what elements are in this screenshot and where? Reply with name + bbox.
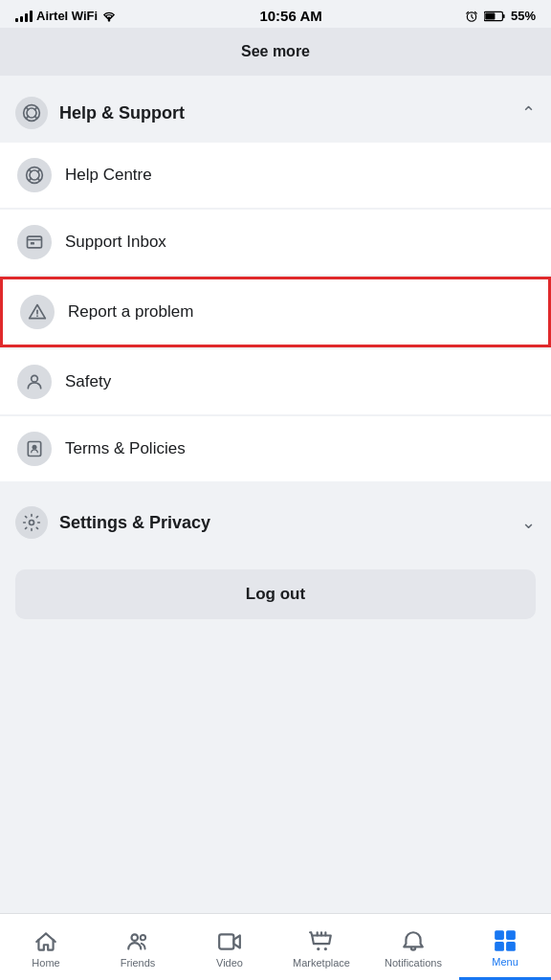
marketplace-label: Marketplace [293,957,350,969]
status-time: 10:56 AM [259,8,321,24]
support-inbox-label: Support Inbox [65,233,166,252]
settings-privacy-title: Settings & Privacy [59,513,210,533]
menu-label: Menu [492,956,518,968]
settings-privacy-chevron: ⌄ [521,512,536,533]
svg-line-15 [29,178,32,181]
report-problem-icon [20,295,55,329]
marketplace-icon [309,929,334,954]
menu-item-report-problem[interactable]: Report a problem [0,277,551,347]
svg-rect-32 [495,942,504,951]
nav-item-notifications[interactable]: Notifications [367,914,459,980]
help-centre-label: Help Centre [65,166,152,185]
svg-point-0 [108,19,110,21]
svg-rect-3 [503,13,505,17]
safety-icon [17,365,52,399]
svg-rect-33 [506,942,516,951]
terms-policies-icon [17,432,52,466]
help-support-title: Help & Support [59,103,185,123]
settings-privacy-section: Settings & Privacy ⌄ [0,493,551,552]
svg-line-9 [26,116,29,119]
svg-line-13 [29,169,32,172]
wifi-icon [101,11,117,22]
svg-rect-17 [28,236,42,248]
safety-label: Safety [65,372,111,391]
svg-point-21 [32,375,38,382]
status-bar: Airtel WiFi 10:56 AM 55% [0,0,551,28]
svg-point-5 [24,105,40,122]
menu-icon [493,928,518,953]
nav-item-home[interactable]: Home [0,914,92,980]
svg-point-20 [36,315,38,317]
report-problem-label: Report a problem [68,302,193,322]
nav-item-marketplace[interactable]: Marketplace [276,914,367,980]
carrier-label: Airtel WiFi [36,9,98,23]
svg-rect-27 [219,934,233,948]
svg-rect-31 [506,930,516,940]
menu-item-help-centre[interactable]: Help Centre [0,143,551,208]
friends-icon [125,929,150,954]
settings-privacy-icon [15,506,48,539]
terms-policies-label: Terms & Policies [65,439,186,458]
help-support-chevron: ⌃ [521,102,536,123]
home-icon [33,929,58,954]
main-content: See more Help & Support ⌃ [0,28,551,980]
friends-label: Friends [121,957,156,969]
nav-item-menu[interactable]: Menu [459,914,551,980]
support-inbox-icon [17,225,52,259]
battery-label: 55% [511,9,536,23]
settings-privacy-header[interactable]: Settings & Privacy ⌄ [0,493,551,552]
svg-line-16 [37,178,40,181]
svg-line-14 [37,169,40,172]
battery-icon [484,11,505,22]
logout-button[interactable]: Log out [15,569,536,619]
help-support-items: Help Centre Support Inbox [0,143,551,485]
home-label: Home [32,957,59,969]
svg-line-10 [34,116,37,119]
settings-privacy-header-left: Settings & Privacy [15,506,210,539]
svg-line-8 [34,107,37,110]
see-more-section: See more [0,28,551,76]
svg-line-7 [26,107,29,110]
help-support-section: Help & Support ⌃ Help Centre [0,83,551,485]
nav-item-video[interactable]: Video [184,914,276,980]
svg-rect-4 [485,12,495,19]
bell-icon [401,929,426,954]
status-carrier: Airtel WiFi [15,9,117,23]
help-support-header-left: Help & Support [15,97,185,129]
bottom-nav: Home Friends Video Marketplace [0,913,551,980]
svg-point-24 [30,521,34,525]
see-more-button[interactable]: See more [241,43,310,60]
svg-rect-18 [31,242,34,245]
status-right: 55% [465,9,536,23]
menu-item-terms-policies[interactable]: Terms & Policies [0,416,551,481]
svg-point-28 [317,947,320,950]
nav-item-friends[interactable]: Friends [92,914,184,980]
help-support-icon [15,97,48,129]
help-support-header[interactable]: Help & Support ⌃ [0,83,551,143]
logout-section: Log out [0,560,551,635]
menu-item-support-inbox[interactable]: Support Inbox [0,210,551,275]
notifications-label: Notifications [385,957,442,969]
svg-point-29 [324,947,327,950]
svg-point-25 [132,934,139,941]
svg-rect-30 [495,930,504,940]
video-label: Video [216,957,243,969]
help-centre-icon [17,158,52,192]
svg-point-23 [33,445,37,450]
signal-icon [15,11,33,22]
svg-point-26 [141,935,145,940]
menu-item-safety[interactable]: Safety [0,349,551,414]
alarm-icon [465,10,478,23]
video-icon [217,929,242,954]
